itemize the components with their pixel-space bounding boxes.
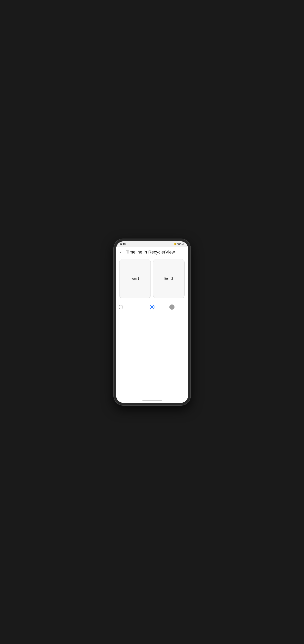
wifi-icon [177, 243, 181, 245]
item-label: Item 1 [131, 277, 139, 280]
timeline-dot-filled[interactable] [169, 304, 174, 310]
svg-rect-0 [181, 244, 182, 245]
status-icons: 😊 [174, 243, 184, 245]
list-item[interactable]: Item 2 [153, 259, 184, 298]
app-content: ← Timeline in RecyclerView Item 1 Item 2… [116, 247, 188, 403]
content-area [116, 312, 188, 399]
timeline-track [121, 303, 183, 311]
timeline-dot-selected-inner [151, 306, 153, 308]
phone-frame: 12:02 😊 [114, 239, 190, 405]
status-time: 12:02 [120, 242, 126, 246]
timeline-container [116, 302, 188, 312]
page-title: Timeline in RecyclerView [126, 250, 175, 255]
top-bar: ← Timeline in RecyclerView [116, 247, 188, 257]
timeline-dot-selected[interactable] [150, 305, 154, 310]
home-bar [142, 400, 162, 401]
list-item[interactable]: Item 1 [119, 259, 151, 298]
timeline-dot-empty[interactable] [119, 305, 123, 309]
phone-screen: 12:02 😊 [116, 241, 188, 403]
home-indicator [116, 399, 188, 403]
item-label: Item 2 [164, 277, 173, 280]
signal-icon [181, 243, 184, 245]
notification-icon: 😊 [174, 243, 177, 245]
svg-rect-1 [182, 244, 183, 245]
back-button[interactable]: ← [119, 250, 124, 254]
status-bar: 12:02 😊 [116, 241, 188, 247]
recycler-list: Item 1 Item 2 Item 3 [119, 259, 185, 298]
svg-rect-2 [183, 243, 184, 245]
recycler-container: Item 1 Item 2 Item 3 [116, 257, 188, 302]
